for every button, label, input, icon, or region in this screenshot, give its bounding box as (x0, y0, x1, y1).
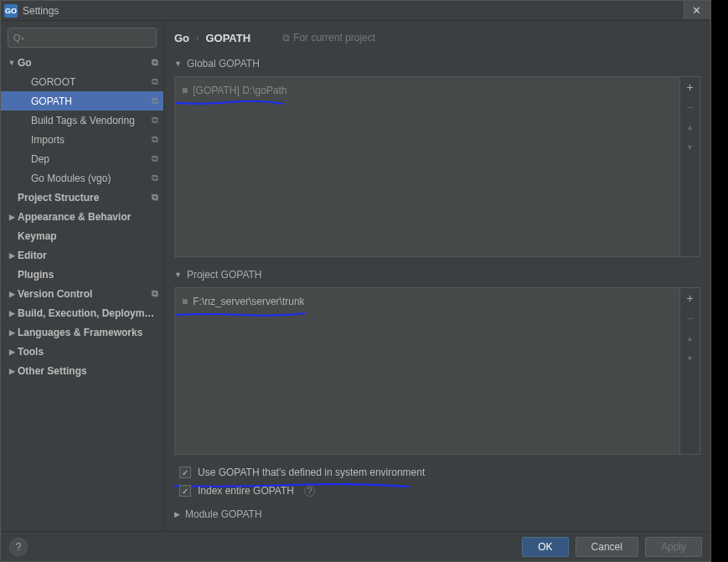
apply-button[interactable]: Apply (645, 537, 702, 557)
use-env-gopath-checkbox[interactable]: ✓ (179, 467, 191, 478)
sidebar-item-label: Tools (18, 346, 158, 358)
project-gopath-list[interactable]: ■ F:\nz_server\server\trunk (175, 288, 679, 454)
help-button[interactable]: ? (9, 538, 28, 556)
settings-window: GO Settings ✕ Q˖ ▼Go⧉GOROOT⧉GOPATH⧉Build… (0, 0, 711, 562)
help-icon[interactable]: ? (304, 486, 315, 497)
sidebar-item-languages-frameworks[interactable]: ▶Languages & Frameworks (1, 322, 163, 342)
copy-icon: ⧉ (152, 57, 158, 68)
add-button[interactable]: + (680, 77, 700, 97)
use-env-gopath-label: Use GOPATH that's defined in system envi… (198, 467, 425, 478)
dialog-footer: ? OK Cancel Apply (1, 531, 710, 561)
app-icon: GO (4, 4, 18, 18)
sidebar-item-appearance-behavior[interactable]: ▶Appearance & Behavior (1, 207, 163, 226)
list-item[interactable]: ■ F:\nz_server\server\trunk (182, 293, 673, 310)
remove-button[interactable]: − (680, 308, 700, 328)
sidebar-item-build-tags-vendoring[interactable]: Build Tags & Vendoring⧉ (1, 111, 163, 130)
chevron-right-icon: ▶ (6, 290, 18, 298)
breadcrumb: Go › GOPATH ⧉ For current project (164, 21, 710, 54)
move-down-button[interactable]: ▼ (680, 137, 700, 157)
copy-icon: ⧉ (152, 95, 158, 106)
main-panel: Go › GOPATH ⧉ For current project ▼ Glob… (164, 21, 710, 531)
index-entire-gopath-label: Index entire GOPATH (198, 485, 294, 497)
index-entire-gopath-row: ✓ Index entire GOPATH ? (164, 482, 710, 500)
search-box[interactable]: Q˖ (8, 28, 157, 48)
sidebar-item-other-settings[interactable]: ▶Other Settings (1, 361, 163, 380)
chevron-down-icon: ▼ (6, 59, 18, 67)
search-input[interactable] (28, 32, 153, 44)
chevron-right-icon: › (196, 34, 199, 43)
project-gopath-panel: ■ F:\nz_server\server\trunk + − ▲ ▼ (174, 287, 700, 455)
sidebar-item-label: Other Settings (18, 365, 158, 377)
sidebar-item-label: Editor (18, 250, 158, 261)
ok-button[interactable]: OK (522, 537, 568, 557)
chevron-right-icon: ▶ (6, 309, 18, 317)
sidebar-item-plugins[interactable]: Plugins (1, 265, 163, 284)
project-gopath-header[interactable]: ▼ Project GOPATH (164, 266, 710, 284)
global-gopath-header[interactable]: ▼ Global GOPATH (164, 54, 710, 73)
sidebar-item-go-modules-vgo-[interactable]: Go Modules (vgo)⧉ (1, 168, 163, 188)
sidebar-item-label: Keymap (18, 230, 158, 242)
copy-icon: ⧉ (152, 134, 158, 145)
copy-icon: ⧉ (152, 115, 158, 126)
sidebar-item-label: Dep (31, 153, 148, 165)
sidebar-item-imports[interactable]: Imports⧉ (1, 130, 163, 149)
move-down-button[interactable]: ▼ (680, 348, 700, 369)
sidebar-item-version-control[interactable]: ▶Version Control⧉ (1, 284, 163, 303)
body: Q˖ ▼Go⧉GOROOT⧉GOPATH⧉Build Tags & Vendor… (1, 21, 710, 531)
sidebar-item-dep[interactable]: Dep⧉ (1, 149, 163, 168)
module-gopath-title: Module GOPATH (185, 508, 262, 520)
project-gopath-entry: F:\nz_server\server\trunk (193, 296, 304, 307)
add-button[interactable]: + (680, 288, 700, 308)
global-gopath-panel: ■ [GOPATH] D:\goPath + − ▲ ▼ (174, 76, 700, 257)
sidebar-item-keymap[interactable]: Keymap (1, 226, 163, 245)
sidebar-item-tools[interactable]: ▶Tools (1, 342, 163, 361)
cancel-button[interactable]: Cancel (576, 537, 638, 557)
global-gopath-toolbar: + − ▲ ▼ (679, 77, 700, 256)
settings-tree: ▼Go⧉GOROOT⧉GOPATH⧉Build Tags & Vendoring… (1, 53, 163, 531)
breadcrumb-leaf: GOPATH (205, 32, 250, 44)
sidebar-item-go[interactable]: ▼Go⧉ (1, 53, 163, 72)
for-current-project-label: ⧉ For current project (282, 32, 375, 44)
sidebar-item-gopath[interactable]: GOPATH⧉ (1, 91, 163, 111)
sidebar-item-label: Appearance & Behavior (18, 211, 158, 223)
sidebar-item-project-structure[interactable]: Project Structure⧉ (1, 188, 163, 207)
window-close-button[interactable]: ✕ (682, 1, 710, 19)
sidebar-item-label: Build Tags & Vendoring (31, 115, 148, 126)
sidebar-item-label: Plugins (18, 269, 158, 281)
sidebar-item-label: Go (18, 57, 148, 69)
search-icon: Q˖ (13, 33, 24, 44)
global-gopath-title: Global GOPATH (187, 58, 260, 70)
move-up-button[interactable]: ▲ (680, 117, 700, 137)
copy-icon: ⧉ (282, 32, 290, 44)
folder-icon: ■ (182, 85, 188, 96)
use-env-gopath-row: ✓ Use GOPATH that's defined in system en… (164, 463, 710, 482)
copy-icon: ⧉ (152, 173, 158, 183)
sidebar-item-goroot[interactable]: GOROOT⧉ (1, 72, 163, 91)
project-gopath-title: Project GOPATH (187, 269, 262, 281)
global-gopath-list[interactable]: ■ [GOPATH] D:\goPath (175, 77, 679, 256)
sidebar-item-label: Build, Execution, Deployment (18, 307, 158, 319)
copy-icon: ⧉ (152, 288, 158, 299)
sidebar-item-label: Version Control (18, 288, 148, 300)
copy-icon: ⧉ (152, 76, 158, 87)
sidebar-item-label: Project Structure (18, 192, 148, 204)
global-gopath-entry: [GOPATH] D:\goPath (193, 85, 287, 96)
chevron-right-icon: ▶ (6, 213, 18, 221)
sidebar-item-label: GOPATH (31, 95, 148, 107)
sidebar-item-build-execution-deployment[interactable]: ▶Build, Execution, Deployment (1, 303, 163, 322)
chevron-right-icon: ▶ (174, 510, 180, 518)
window-title: Settings (23, 5, 59, 17)
move-up-button[interactable]: ▲ (680, 328, 700, 348)
project-gopath-toolbar: + − ▲ ▼ (679, 288, 700, 454)
sidebar-item-editor[interactable]: ▶Editor (1, 245, 163, 265)
chevron-down-icon: ▼ (174, 59, 182, 68)
chevron-right-icon: ▶ (6, 251, 18, 260)
chevron-right-icon: ▶ (6, 348, 18, 356)
module-gopath-header[interactable]: ▶ Module GOPATH (164, 505, 710, 523)
index-entire-gopath-checkbox[interactable]: ✓ (179, 485, 191, 497)
copy-icon: ⧉ (152, 192, 158, 203)
remove-button[interactable]: − (680, 97, 700, 117)
sidebar-item-label: Go Modules (vgo) (31, 173, 148, 184)
folder-icon: ■ (182, 296, 188, 307)
list-item[interactable]: ■ [GOPATH] D:\goPath (182, 82, 673, 99)
